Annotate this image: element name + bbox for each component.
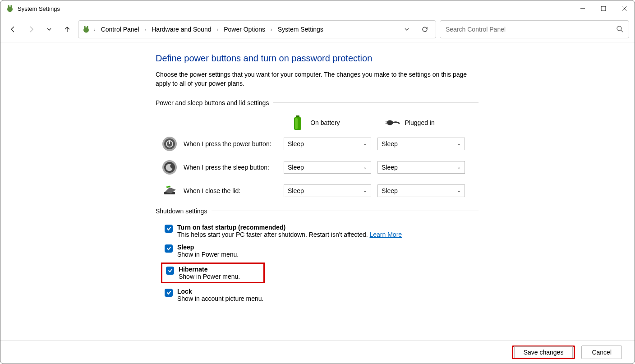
search-input[interactable] xyxy=(446,26,616,33)
navigation-bar: › Control Panel › Hardware and Sound › P… xyxy=(0,17,635,42)
sleep-checkbox[interactable] xyxy=(165,244,173,253)
plug-icon xyxy=(384,115,400,131)
row-label: When I press the sleep button: xyxy=(184,164,284,171)
search-icon xyxy=(616,25,623,34)
page-heading: Define power buttons and turn on passwor… xyxy=(156,53,479,64)
divider xyxy=(212,211,479,211)
svg-rect-9 xyxy=(87,26,88,28)
power-column-headers: On battery Plugged in xyxy=(156,115,479,131)
svg-point-0 xyxy=(7,7,13,12)
row-label: When I press the power button: xyxy=(184,140,284,147)
chevron-down-icon: ⌄ xyxy=(457,164,461,170)
close-lid-plugged-dropdown[interactable]: Sleep⌄ xyxy=(377,184,465,197)
divider xyxy=(273,102,479,103)
minimize-button[interactable] xyxy=(572,1,593,16)
chevron-down-icon: ⌄ xyxy=(457,188,461,194)
section-title: Shutdown settings xyxy=(156,207,207,215)
breadcrumb-control-panel[interactable]: Control Panel xyxy=(99,25,141,34)
chevron-right-icon[interactable]: › xyxy=(94,27,96,32)
maximize-button[interactable] xyxy=(593,1,614,16)
search-box[interactable] xyxy=(440,20,629,38)
main-content: Define power buttons and turn on passwor… xyxy=(0,42,479,303)
item-title: Turn on fast startup (recommended) xyxy=(177,224,402,231)
chevron-down-icon: ⌄ xyxy=(363,141,367,147)
chevron-down-icon: ⌄ xyxy=(363,188,367,194)
item-desc: Show in Power menu. xyxy=(177,251,239,258)
item-title: Lock xyxy=(177,288,263,295)
titlebar: System Settings xyxy=(0,0,635,17)
chevron-right-icon[interactable]: › xyxy=(271,27,272,32)
power-options-icon xyxy=(82,25,90,33)
svg-rect-17 xyxy=(385,123,387,124)
item-desc: Show in account picture menu. xyxy=(177,295,263,302)
power-button-battery-dropdown[interactable]: Sleep⌄ xyxy=(284,138,371,150)
up-button[interactable] xyxy=(60,22,74,37)
address-dropdown-button[interactable] xyxy=(400,22,414,37)
item-title: Sleep xyxy=(177,244,239,251)
lock-checkbox[interactable] xyxy=(165,289,173,297)
power-button-plugged-dropdown[interactable]: Sleep⌄ xyxy=(377,138,465,150)
chevron-down-icon: ⌄ xyxy=(363,164,367,170)
breadcrumb-power-options[interactable]: Power Options xyxy=(222,25,267,34)
save-changes-button[interactable]: Save changes xyxy=(512,346,575,359)
hibernate-item: Hibernate Show in Power menu. xyxy=(161,263,265,283)
cancel-button[interactable]: Cancel xyxy=(581,346,622,359)
shutdown-settings: Shutdown settings Turn on fast startup (… xyxy=(156,207,479,303)
chevron-right-icon[interactable]: › xyxy=(145,27,147,32)
on-battery-label: On battery xyxy=(310,119,340,126)
hibernate-checkbox[interactable] xyxy=(166,267,174,275)
close-button[interactable] xyxy=(614,1,635,16)
sleep-item: Sleep Show in Power menu. xyxy=(164,243,479,259)
row-power-button: When I press the power button: Sleep⌄ Sl… xyxy=(156,136,479,152)
item-desc: Show in Power menu. xyxy=(179,273,240,280)
back-button[interactable] xyxy=(6,22,20,37)
svg-rect-4 xyxy=(601,6,606,11)
item-desc: This helps start your PC faster after sh… xyxy=(177,231,402,238)
svg-rect-2 xyxy=(11,5,12,8)
close-lid-battery-dropdown[interactable]: Sleep⌄ xyxy=(284,184,371,197)
chevron-down-icon: ⌄ xyxy=(457,141,461,147)
power-options-icon xyxy=(6,5,14,13)
fast-startup-item: Turn on fast startup (recommended) This … xyxy=(164,223,479,239)
section-title: Power and sleep buttons and lid settings xyxy=(156,99,269,106)
chevron-right-icon[interactable]: › xyxy=(216,27,218,32)
svg-point-15 xyxy=(387,120,393,125)
sleep-button-plugged-dropdown[interactable]: Sleep⌄ xyxy=(377,161,465,174)
forward-button[interactable] xyxy=(24,22,38,37)
section-power-buttons-header: Power and sleep buttons and lid settings xyxy=(156,99,479,106)
laptop-lid-icon xyxy=(162,183,177,198)
plugged-in-label: Plugged in xyxy=(405,119,435,126)
refresh-button[interactable] xyxy=(418,22,432,37)
svg-line-11 xyxy=(621,30,623,32)
learn-more-link[interactable]: Learn More xyxy=(370,231,402,238)
row-close-lid: When I close the lid: Sleep⌄ Sleep⌄ xyxy=(156,183,479,198)
section-shutdown-header: Shutdown settings xyxy=(156,207,479,215)
breadcrumb-system-settings[interactable]: System Settings xyxy=(276,25,325,34)
page-intro: Choose the power settings that you want … xyxy=(156,70,471,88)
row-sleep-button: When I press the sleep button: Sleep⌄ Sl… xyxy=(156,160,479,175)
window-title: System Settings xyxy=(18,5,60,12)
svg-point-10 xyxy=(617,26,621,31)
address-bar[interactable]: › Control Panel › Hardware and Sound › P… xyxy=(78,20,436,38)
recent-locations-button[interactable] xyxy=(42,22,56,37)
sleep-button-battery-dropdown[interactable]: Sleep⌄ xyxy=(284,161,371,174)
svg-point-7 xyxy=(83,28,89,33)
window-controls xyxy=(572,1,635,16)
svg-rect-16 xyxy=(385,121,387,122)
fast-startup-checkbox[interactable] xyxy=(165,225,173,233)
breadcrumb-hardware-sound[interactable]: Hardware and Sound xyxy=(150,25,213,34)
row-label: When I close the lid: xyxy=(184,187,284,194)
lock-item: Lock Show in account picture menu. xyxy=(164,287,479,303)
svg-rect-8 xyxy=(84,26,86,28)
item-title: Hibernate xyxy=(179,266,240,273)
svg-rect-1 xyxy=(8,5,9,8)
power-button-icon xyxy=(162,136,177,152)
footer-bar: Save changes Cancel xyxy=(0,340,635,364)
svg-rect-14 xyxy=(295,118,298,129)
battery-icon xyxy=(290,115,306,131)
sleep-button-icon xyxy=(162,160,177,175)
svg-rect-12 xyxy=(296,115,299,117)
